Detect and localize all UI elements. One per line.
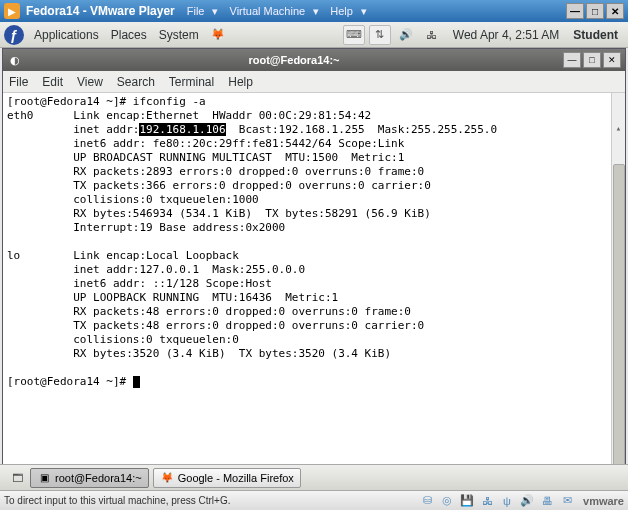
window-menu-icon[interactable]: ◐ [7,52,23,68]
terminal-menu-view[interactable]: View [77,75,103,89]
terminal-line: collisions:0 txqueuelen:0 [7,333,239,346]
close-button[interactable]: ✕ [606,3,624,19]
terminal-line: TX packets:366 errors:0 dropped:0 overru… [7,179,431,192]
terminal-line: eth0 Link encap:Ethernet HWaddr 00:0C:29… [7,109,371,122]
terminal-menu-help[interactable]: Help [228,75,253,89]
keyboard-indicator-icon[interactable]: ⌨ [343,25,365,45]
volume-icon[interactable]: 🔊 [395,25,417,45]
terminal-maximize-button[interactable]: □ [583,52,601,68]
status-cd-icon[interactable]: ◎ [438,493,456,509]
vmware-statusbar: To direct input to this virtual machine,… [0,490,628,510]
terminal-close-button[interactable]: ✕ [603,52,621,68]
terminal-body[interactable]: [root@Fedora14 ~]# ifconfig -a eth0 Link… [3,93,625,467]
status-printer-icon[interactable]: 🖶 [538,493,556,509]
terminal-window: ◐ root@Fedora14:~ — □ ✕ File Edit View S… [2,48,626,468]
terminal-menubar: File Edit View Search Terminal Help [3,71,625,93]
terminal-line: RX packets:2893 errors:0 dropped:0 overr… [7,165,424,178]
terminal-line: collisions:0 txqueuelen:1000 [7,193,259,206]
dropdown-icon: ▾ [361,5,367,17]
terminal-line: TX packets:48 errors:0 dropped:0 overrun… [7,319,424,332]
menu-system[interactable]: System [159,28,199,42]
vmware-menu: File▾ Virtual Machine▾ Help▾ [187,5,375,18]
dropdown-icon: ▾ [212,5,218,17]
scroll-thumb[interactable] [613,164,625,467]
terminal-line: RX bytes:3520 (3.4 KiB) TX bytes:3520 (3… [7,347,391,360]
terminal-line: inet6 addr: ::1/128 Scope:Host [7,277,272,290]
firefox-launcher-icon[interactable]: 🦊 [207,25,229,45]
terminal-line: [root@Fedora14 ~]# ifconfig -a [7,95,206,108]
fedora-icon[interactable]: ƒ [4,25,24,45]
terminal-line: lo Link encap:Local Loopback [7,249,239,262]
taskbar-firefox-label: Google - Mozilla Firefox [178,472,294,484]
scroll-up-icon[interactable]: ▴ [612,121,625,135]
taskbar-firefox[interactable]: 🦊 Google - Mozilla Firefox [153,468,301,488]
terminal-task-icon: ▣ [37,471,51,485]
terminal-menu-search[interactable]: Search [117,75,155,89]
show-desktop-icon[interactable]: 🗔 [6,468,28,488]
gnome-bottom-panel: 🗔 ▣ root@Fedora14:~ 🦊 Google - Mozilla F… [0,464,628,490]
vmware-status-hint: To direct input to this virtual machine,… [4,495,230,506]
updates-icon[interactable]: ⇅ [369,25,391,45]
vmware-menu-file[interactable]: File [187,5,205,17]
terminal-menu-file[interactable]: File [9,75,28,89]
terminal-minimize-button[interactable]: — [563,52,581,68]
menu-places[interactable]: Places [111,28,147,42]
terminal-line: UP BROADCAST RUNNING MULTICAST MTU:1500 … [7,151,404,164]
terminal-scrollbar[interactable]: ▴ [611,93,625,467]
vmware-titlebar: ▶ Fedora14 - VMware Player File▾ Virtual… [0,0,628,22]
firefox-task-icon: 🦊 [160,471,174,485]
terminal-line: inet addr:127.0.0.1 Mask:255.0.0.0 [7,263,305,276]
status-network-icon[interactable]: 🖧 [478,493,496,509]
terminal-titlebar[interactable]: ◐ root@Fedora14:~ — □ ✕ [3,49,625,71]
clock[interactable]: Wed Apr 4, 2:51 AM [453,28,560,42]
status-floppy-icon[interactable]: 💾 [458,493,476,509]
vmware-logo: vmware [583,495,624,507]
terminal-title: root@Fedora14:~ [27,54,561,66]
terminal-line: Interrupt:19 Base address:0x2000 [7,221,285,234]
user-menu[interactable]: Student [573,28,618,42]
menu-applications[interactable]: Applications [34,28,99,42]
gnome-top-panel: ƒ Applications Places System 🦊 ⌨ ⇅ 🔊 🖧 W… [0,22,628,48]
terminal-menu-terminal[interactable]: Terminal [169,75,214,89]
terminal-prompt: [root@Fedora14 ~]# [7,375,133,388]
network-icon[interactable]: 🖧 [421,25,443,45]
cursor [133,376,140,388]
terminal-line: RX bytes:546934 (534.1 KiB) TX bytes:582… [7,207,431,220]
status-usb-icon[interactable]: ψ [498,493,516,509]
status-sound-icon[interactable]: 🔊 [518,493,536,509]
terminal-line: inet addr: [7,123,139,136]
vmware-title: Fedora14 - VMware Player [26,4,175,18]
minimize-button[interactable]: — [566,3,584,19]
vmware-player-icon: ▶ [4,3,20,19]
terminal-line: RX packets:48 errors:0 dropped:0 overrun… [7,305,411,318]
maximize-button[interactable]: □ [586,3,604,19]
highlighted-ip: 192.168.1.106 [139,123,225,136]
terminal-line: Bcast:192.168.1.255 Mask:255.255.255.0 [226,123,498,136]
terminal-menu-edit[interactable]: Edit [42,75,63,89]
dropdown-icon: ▾ [313,5,319,17]
status-message-icon[interactable]: ✉ [558,493,576,509]
terminal-line: inet6 addr: fe80::20c:29ff:fe81:5442/64 … [7,137,404,150]
terminal-line: UP LOOPBACK RUNNING MTU:16436 Metric:1 [7,291,338,304]
taskbar-terminal-label: root@Fedora14:~ [55,472,142,484]
vmware-menu-vm[interactable]: Virtual Machine [230,5,306,17]
vmware-menu-help[interactable]: Help [330,5,353,17]
taskbar-terminal[interactable]: ▣ root@Fedora14:~ [30,468,149,488]
status-hdd-icon[interactable]: ⛁ [418,493,436,509]
